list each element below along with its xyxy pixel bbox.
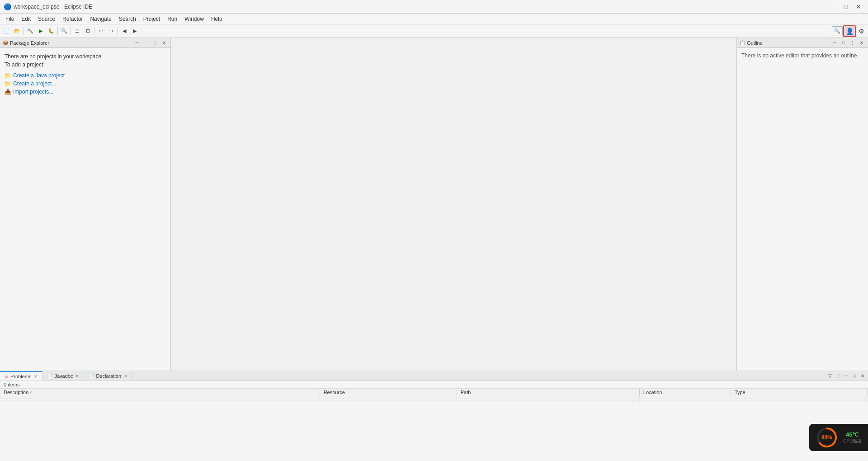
eclipse-icon: 🔵 [4, 3, 11, 10]
toolbar-back[interactable]: ◀ [119, 26, 129, 36]
outline-minimize[interactable]: ─ [831, 39, 838, 47]
outline-maximize[interactable]: □ [840, 39, 847, 47]
project-link-icon: 📥 [5, 89, 11, 95]
bottom-content: 0 items Description^ResourcePathLocation… [0, 381, 868, 461]
toolbar-search-right[interactable]: 🔍 [832, 26, 843, 36]
window-controls: ─ □ ✕ [827, 2, 864, 12]
tab-label-javadoc: Javadoc [54, 373, 73, 379]
toolbar-build[interactable]: 🔨 [25, 26, 35, 36]
package-explorer-menu[interactable]: ⋮ [151, 39, 159, 47]
bottom-tab-javadoc[interactable]: 📄Javadoc✕ [42, 371, 84, 381]
toolbar-undo[interactable]: ↩ [96, 26, 106, 36]
col-header-path[interactable]: Path [457, 389, 639, 396]
package-explorer-icon: 📦 [3, 40, 8, 45]
cpu-temp-label: CPU温度 [843, 438, 862, 444]
sort-icon: ^ [30, 390, 32, 395]
bottom-tabs-bar: ⚠Problems✕📄Javadoc✕📄Declaration✕ ▽ ⋮ ─ □… [0, 371, 868, 381]
package-explorer-minimize[interactable]: ─ [133, 39, 141, 47]
bottom-filter-btn[interactable]: ▽ [826, 372, 834, 380]
toolbar-icon1[interactable]: 👤 [843, 25, 856, 37]
package-explorer-maximize[interactable]: □ [142, 39, 150, 47]
tab-close-problems[interactable]: ✕ [34, 374, 38, 379]
menu-item-help[interactable]: Help [208, 14, 226, 24]
cpu-temp-display: 45℃ CPU温度 [843, 431, 862, 444]
bottom-tab-declaration[interactable]: 📄Declaration✕ [84, 371, 132, 381]
menu-item-run[interactable]: Run [164, 14, 181, 24]
bottom-menu-btn[interactable]: ⋮ [835, 372, 842, 380]
tab-icon-javadoc: 📄 [47, 373, 52, 378]
toolbar-new[interactable]: 📄 [2, 26, 12, 36]
package-explorer-title: Package Explorer [10, 40, 132, 46]
package-explorer-header: 📦 Package Explorer ─ □ ⋮ ✕ [0, 38, 170, 48]
outline-close[interactable]: ✕ [858, 39, 865, 47]
project-link-import-projects...[interactable]: 📥Import projects... [5, 89, 166, 95]
menu-item-window[interactable]: Window [181, 14, 208, 24]
toolbar-forward[interactable]: ▶ [130, 26, 140, 36]
bottom-tab-problems[interactable]: ⚠Problems✕ [0, 371, 42, 381]
project-link-create-a-java-project[interactable]: 📁Create a Java project [5, 72, 166, 79]
close-button[interactable]: ✕ [853, 2, 864, 12]
bottom-tabs-left: ⚠Problems✕📄Javadoc✕📄Declaration✕ [0, 371, 132, 381]
toolbar-open[interactable]: 📂 [12, 26, 22, 36]
toolbar-perspective1[interactable]: ☰ [72, 26, 82, 36]
package-explorer-panel: 📦 Package Explorer ─ □ ⋮ ✕ There are no … [0, 38, 171, 371]
no-projects-message: There are no projects in your workspace.… [5, 52, 166, 69]
bottom-tabs-right: ▽ ⋮ ─ □ ✕ [825, 371, 868, 381]
bottom-close-btn[interactable]: ✕ [859, 372, 866, 380]
outline-panel: 📋 Outline ─ □ ⋮ ✕ There is no active edi… [737, 38, 868, 371]
project-link-label: Create a project... [13, 80, 56, 87]
menu-item-file[interactable]: File [2, 14, 18, 24]
project-link-icon: 📁 [5, 72, 11, 79]
menu-item-search[interactable]: Search [115, 14, 140, 24]
tab-close-declaration[interactable]: ✕ [124, 374, 127, 378]
cpu-monitor-widget: 80% 45℃ CPU温度 [809, 424, 868, 451]
minimize-button[interactable]: ─ [827, 2, 839, 12]
toolbar-run[interactable]: ▶ [36, 26, 46, 36]
menu-item-refactor[interactable]: Refactor [59, 14, 86, 24]
toolbar-search[interactable]: 🔍 [59, 26, 69, 36]
toolbar-sep4 [94, 27, 94, 35]
tab-label-declaration: Declaration [96, 373, 121, 379]
toolbar: 📄 📂 🔨 ▶ 🐛 🔍 ☰ ⊞ ↩ ↪ ◀ ▶ 🔍 👤 ⚙ [0, 24, 868, 38]
tab-icon-declaration: 📄 [89, 373, 94, 378]
project-link-icon: 📁 [5, 80, 11, 87]
cpu-percent-text: 80% [821, 434, 832, 441]
problems-table: Description^ResourcePathLocationType [0, 389, 868, 403]
project-link-create-a-project...[interactable]: 📁Create a project... [5, 80, 166, 87]
menu-item-source[interactable]: Source [34, 14, 59, 24]
project-links: 📁Create a Java project📁Create a project.… [5, 72, 166, 95]
main-layout: 📦 Package Explorer ─ □ ⋮ ✕ There are no … [0, 38, 868, 461]
outline-icon: 📋 [740, 40, 745, 45]
toolbar-perspective2[interactable]: ⊞ [83, 26, 93, 36]
bottom-maximize-btn[interactable]: □ [851, 372, 858, 380]
toolbar-redo[interactable]: ↪ [106, 26, 116, 36]
middle-area: 📦 Package Explorer ─ □ ⋮ ✕ There are no … [0, 38, 868, 371]
outline-no-editor-text: There is no active editor that provides … [741, 52, 859, 59]
toolbar-debug[interactable]: 🐛 [46, 26, 56, 36]
project-link-label: Create a Java project [13, 72, 65, 79]
menu-item-project[interactable]: Project [140, 14, 164, 24]
outline-header: 📋 Outline ─ □ ⋮ ✕ [737, 38, 868, 48]
cpu-usage-circle: 80% [816, 426, 838, 449]
col-header-description[interactable]: Description^ [0, 389, 320, 396]
table-header: Description^ResourcePathLocationType [0, 389, 868, 396]
col-header-type[interactable]: Type [731, 389, 868, 396]
toolbar-sep2 [57, 27, 58, 35]
outline-menu[interactable]: ⋮ [849, 39, 856, 47]
col-header-location[interactable]: Location [639, 389, 731, 396]
outline-content: There is no active editor that provides … [737, 48, 868, 371]
toolbar-sep5 [118, 27, 118, 35]
menu-item-navigate[interactable]: Navigate [86, 14, 115, 24]
table-row [0, 401, 868, 403]
tab-close-javadoc[interactable]: ✕ [75, 374, 79, 378]
package-explorer-close[interactable]: ✕ [160, 39, 168, 47]
editor-area [171, 38, 737, 371]
menu-item-edit[interactable]: Edit [18, 14, 34, 24]
maximize-button[interactable]: □ [840, 2, 852, 12]
title-bar: 🔵 workspace_eclipse - Eclipse IDE ─ □ ✕ [0, 0, 868, 14]
toolbar-icon2[interactable]: ⚙ [856, 26, 866, 36]
items-count: 0 items [0, 381, 868, 389]
col-header-resource[interactable]: Resource [320, 389, 457, 396]
bottom-minimize-btn[interactable]: ─ [843, 372, 850, 380]
cpu-temp-value: 45℃ [846, 431, 859, 438]
